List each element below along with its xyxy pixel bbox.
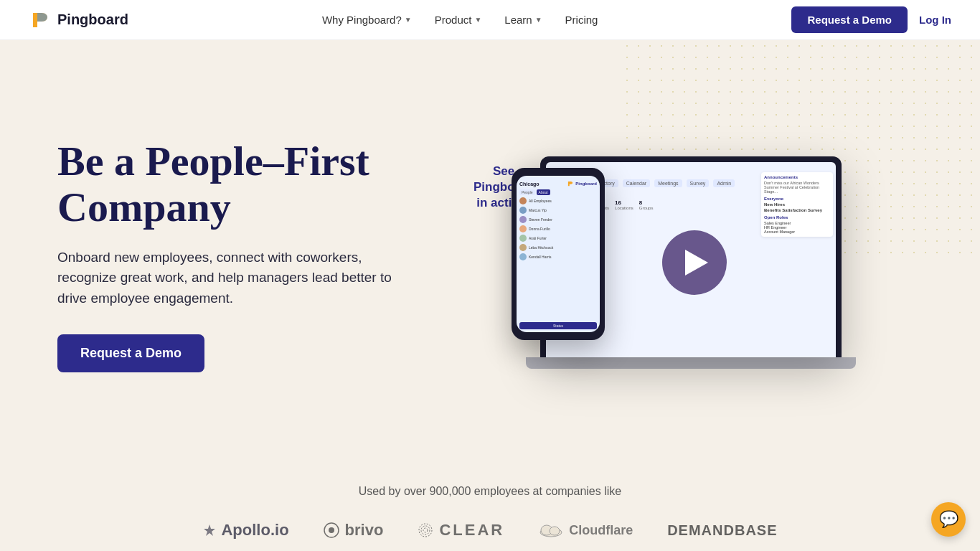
phone-screen: Chicago Pingboard People About xyxy=(517,176,600,332)
nav-pricing[interactable]: Pricing xyxy=(555,8,608,32)
phone-employee-row: Donna Furillo xyxy=(519,225,597,232)
apollo-logo: Apollo.io xyxy=(202,521,288,540)
phone-header: Chicago Pingboard xyxy=(519,180,597,187)
phone-status-bar: Status xyxy=(519,322,597,329)
phone-tab-about: About xyxy=(537,189,550,195)
hero-request-demo-button[interactable]: Request a Demo xyxy=(57,334,204,372)
logo[interactable]: Pingboard xyxy=(29,9,128,32)
brivo-logo: brivo xyxy=(324,521,384,540)
chat-icon: 💬 xyxy=(939,510,958,529)
nav-actions: Request a Demo Log In xyxy=(791,6,951,33)
laptop-container: Org Chart Directory Calendar Meetings Su… xyxy=(497,156,856,369)
social-proof-text: Used by over 900,000 employees at compan… xyxy=(43,485,937,498)
nav-links: Why Pingboard? ▼ Product ▼ Learn ▼ Prici… xyxy=(312,8,608,32)
logo-icon xyxy=(29,9,52,32)
nav-learn[interactable]: Learn ▼ xyxy=(494,8,552,32)
mini-tab-survey: Survey xyxy=(687,179,710,187)
cloudflare-logo: Cloudflare xyxy=(539,522,633,538)
svg-point-7 xyxy=(423,528,428,532)
hero-left: Be a People–First Company Onboard new em… xyxy=(57,138,430,372)
chevron-down-icon: ▼ xyxy=(535,16,542,24)
play-icon xyxy=(685,250,708,276)
nav-product[interactable]: Product ▼ xyxy=(425,8,492,32)
phone-employee-row: Steven Fender xyxy=(519,216,597,223)
svg-point-6 xyxy=(421,526,430,534)
phone-tab-bar: People About xyxy=(519,189,597,195)
phone-employee-row: Arati Furter xyxy=(519,235,597,242)
chat-widget[interactable]: 💬 xyxy=(931,502,966,537)
phone-tab-people: People xyxy=(519,189,535,195)
company-logos-row: Apollo.io brivo CLEAR C xyxy=(43,521,937,540)
nav-login-button[interactable]: Log In xyxy=(919,14,951,26)
nav-why[interactable]: Why Pingboard? ▼ xyxy=(312,8,422,32)
phone-employee-row: Leba Hitchcock xyxy=(519,244,597,251)
phone-employee-row: Marcus Yip xyxy=(519,207,597,214)
phone-mini-ui: Chicago Pingboard People About xyxy=(517,176,600,265)
svg-point-10 xyxy=(550,527,560,535)
phone-employee-row: All Employees xyxy=(519,197,597,204)
hero-subtitle: Onboard new employees, connect with cowo… xyxy=(57,248,402,309)
demandbase-logo: DEMANDBASE xyxy=(667,522,777,539)
chevron-down-icon: ▼ xyxy=(474,16,481,24)
svg-marker-2 xyxy=(204,524,215,536)
logo-text: Pingboard xyxy=(57,11,128,28)
phone-mockup: Chicago Pingboard People About xyxy=(512,168,605,340)
play-button[interactable] xyxy=(662,230,727,295)
mini-tab-cal: Calendar xyxy=(623,179,650,187)
social-proof-section: Used by over 900,000 employees at compan… xyxy=(0,456,980,551)
navbar: Pingboard Why Pingboard? ▼ Product ▼ Lea… xyxy=(0,0,980,40)
chevron-down-icon: ▼ xyxy=(405,16,412,24)
laptop-right-panel: Announcements Don't miss our African Won… xyxy=(761,172,833,237)
svg-point-4 xyxy=(329,527,334,533)
laptop-base xyxy=(526,357,856,369)
nav-request-demo-button[interactable]: Request a Demo xyxy=(791,6,908,33)
phone-employee-row: Kendall Harris xyxy=(519,253,597,260)
hero-title: Be a People–First Company xyxy=(57,138,430,230)
clear-logo: CLEAR xyxy=(418,521,504,540)
mini-tab-meet: Meetings xyxy=(654,179,682,187)
hero-right: SeePingboardin action! Org Chart Directo… xyxy=(430,142,923,369)
mini-tab-admin: Admin xyxy=(713,179,735,187)
hero-section: Be a People–First Company Onboard new em… xyxy=(0,40,980,456)
phone-employee-list: All Employees Marcus Yip Steven Fender xyxy=(519,197,597,260)
